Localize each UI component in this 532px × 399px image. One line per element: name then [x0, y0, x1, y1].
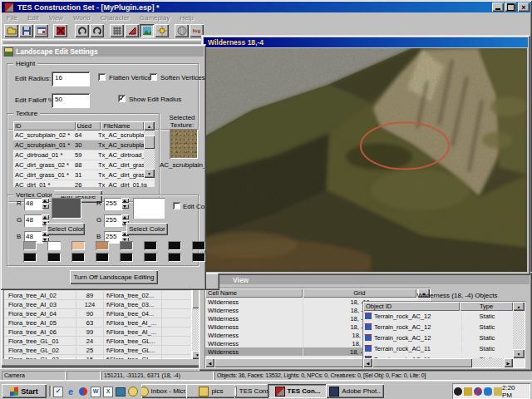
object-row[interactable]: Flora_tree_GL_02 25 f\Flora_tree_GL... [4, 346, 190, 355]
scroll-down-button[interactable]: ▼ [513, 349, 525, 358]
texture-row[interactable]: AC_dirt_01 * 26 Tx_AC_dirt_01.tga [13, 180, 155, 187]
task-tes-doc[interactable]: W TES Constr.. [234, 384, 269, 398]
palette-swatch[interactable] [23, 241, 37, 250]
preferences-button[interactable] [34, 24, 48, 37]
cell-view-title-bar[interactable]: View [201, 274, 530, 284]
task-pics[interactable]: pics [186, 384, 236, 398]
right-r-spinner[interactable]: 255 [104, 198, 129, 209]
cell-object-row[interactable]: Terrain_rock_AC_12 Static [363, 322, 513, 332]
menu-item[interactable]: Character [96, 14, 135, 22]
texture-row[interactable]: AC_dirt_grass_01 * 31 Tx_AC_dirt_grass..… [13, 170, 155, 180]
lights-button[interactable] [155, 24, 169, 37]
word-icon[interactable]: W [91, 387, 101, 397]
main-title-bar[interactable]: TES Construction Set - [MyPlugin.esp] * [2, 2, 530, 12]
scheduler-icon[interactable] [454, 387, 462, 396]
object-row[interactable]: Flora_tree_AI_04 90 f\Flora_tree_04... [4, 309, 190, 318]
menu-item[interactable]: Help [175, 14, 198, 22]
minimize-button[interactable] [492, 2, 504, 12]
left-select-color-button[interactable]: Select Color [47, 223, 85, 235]
menu-item[interactable]: Edit [22, 14, 44, 22]
world-button[interactable] [175, 24, 189, 37]
menu-item[interactable]: World [68, 14, 96, 22]
object-row[interactable]: Flora_tree_GL_01 24 f\Flora_tree_GL... [4, 337, 190, 346]
texture-list[interactable]: ID Used FileName ▲ AC_scrubplain_02 * 64… [13, 121, 155, 187]
mail-icon[interactable] [116, 387, 126, 397]
texture-used-column-header[interactable]: Used [76, 121, 101, 131]
spin-down[interactable] [121, 204, 129, 209]
palette-swatch[interactable] [192, 241, 205, 250]
edit-colors-checkbox[interactable] [173, 202, 180, 209]
menu-item[interactable]: View [44, 14, 68, 22]
type-column-header[interactable]: Type [460, 302, 513, 311]
scrollbar-thumb[interactable] [214, 358, 379, 367]
objects-vscrollbar[interactable]: ▲ ▼ [513, 302, 525, 358]
scroll-up-button[interactable]: ▲ [513, 302, 525, 311]
spin-up[interactable] [42, 198, 49, 203]
scroll-left-button[interactable]: ◀ [205, 358, 214, 367]
palette-swatch[interactable] [47, 241, 61, 250]
menu-item[interactable]: Gameplay [135, 14, 175, 22]
edit-radius-input[interactable]: 16 [52, 71, 90, 86]
cell-object-row[interactable]: Terrain_rock_AC_12 Static [363, 332, 513, 343]
show-desktop-icon[interactable]: ✓ [53, 387, 63, 397]
palette-swatch[interactable] [96, 253, 109, 262]
left-r-spinner[interactable]: 48 [24, 198, 49, 209]
palette-swatch[interactable] [168, 253, 181, 262]
redo-button[interactable] [90, 24, 104, 37]
menu-item[interactable]: File [2, 14, 22, 22]
scrollbar-thumb[interactable] [372, 358, 472, 367]
messenger-icon[interactable] [484, 387, 492, 396]
snap-angle-button[interactable] [125, 24, 139, 37]
spin-up[interactable] [42, 214, 49, 219]
object-row[interactable]: Flora_tree_AI_06 99 f\Flora_tree_AI_... [4, 328, 190, 337]
task-tes-construction-set[interactable]: TES Con... [268, 384, 328, 398]
palette-swatch[interactable] [71, 241, 85, 250]
start-button[interactable]: Start [2, 384, 47, 398]
antivirus-icon[interactable] [474, 387, 482, 396]
landscape-editing-button[interactable] [140, 24, 154, 37]
scroll-left-button[interactable]: ◀ [363, 358, 372, 367]
scrollbar-thumb[interactable] [144, 135, 155, 149]
outlook-clock-icon[interactable] [128, 387, 138, 397]
cell-object-row[interactable]: Terrain_rock_AC_12 Static [363, 311, 513, 322]
undo-button[interactable] [75, 24, 89, 37]
spin-up[interactable] [121, 198, 129, 203]
restore-button[interactable] [505, 2, 516, 12]
spin-down[interactable] [42, 204, 49, 209]
palette-swatch[interactable] [144, 253, 157, 262]
dialog-title-bar[interactable]: Landscape Edit Settings [2, 47, 204, 57]
snap-grid-button[interactable] [110, 24, 124, 37]
save-button[interactable] [19, 24, 33, 37]
palette-swatch[interactable] [71, 253, 85, 262]
object-row[interactable]: Flora_tree_GL_03 15 f\Flora_tree_GL... [4, 355, 190, 359]
texture-row[interactable]: AC_scrubplain_02 * 64 Tx_AC_scrubplai... [13, 131, 155, 140]
palette-swatch[interactable] [120, 241, 133, 250]
palette-swatch[interactable] [144, 241, 157, 250]
task-adobe-photoshop[interactable]: Adobe Phot.. [326, 384, 384, 398]
data-files-button[interactable] [53, 24, 67, 37]
texture-list-scrollbar[interactable]: ▼ [144, 131, 155, 178]
left-g-spinner[interactable]: 48 [24, 214, 49, 225]
object-row[interactable]: Flora_tree_AI_02 89 f\Flora_tree_02... [4, 291, 190, 300]
render-window-title-bar[interactable]: Wilderness 18,-4 [204, 37, 528, 47]
right-g-spinner[interactable]: 255 [104, 214, 129, 225]
task-inbox[interactable]: Inbox - Micr... [141, 384, 188, 398]
texture-row[interactable]: AC_scrubplain_01 * 30 Tx_AC_scrubplai... [13, 140, 155, 150]
palette-swatch[interactable] [23, 253, 37, 262]
scroll-right-button[interactable]: ▶ [504, 358, 513, 367]
object-row[interactable]: Flora_tree_AI_03 124 f\Flora_tree_03... [4, 300, 190, 309]
texture-row[interactable]: AC_dirtroad_01 * 59 Tx_AC_dirtroad_... [13, 150, 155, 160]
objects-hscrollbar[interactable]: ◀ ▶ [363, 358, 513, 367]
palette-swatch[interactable] [192, 253, 205, 262]
render-viewport[interactable] [204, 48, 527, 272]
volume-icon[interactable] [464, 387, 472, 396]
texture-id-column-header[interactable]: ID [13, 121, 76, 131]
excel-icon[interactable]: X [103, 387, 113, 397]
palette-swatch[interactable] [120, 253, 133, 262]
show-edit-radius-checkbox[interactable]: ✓ [118, 95, 126, 102]
object-row[interactable]: Flora_tree_AI_05 63 f\Flora_tree_AI_... [4, 318, 190, 328]
scroll-down-button[interactable]: ▼ [144, 169, 155, 178]
open-button[interactable] [4, 24, 18, 37]
flatten-vertices-checkbox[interactable] [98, 73, 106, 81]
internet-explorer-icon[interactable]: e [66, 387, 76, 397]
